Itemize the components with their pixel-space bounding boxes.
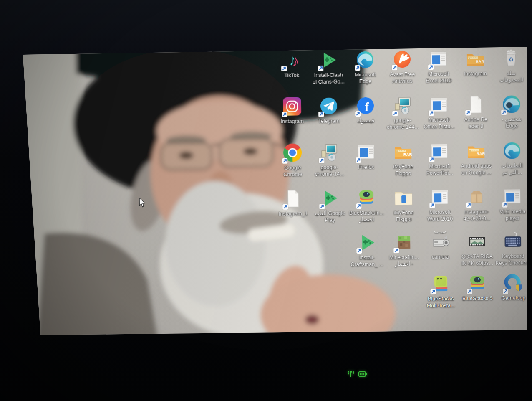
icon-label: Microsoft Word 2010 (427, 209, 453, 223)
monitor-photo: ♪♪♪ TikTok Install-Clash of Clans-Go... (0, 0, 532, 401)
desktop-icon-edge-profile[interactable]: - شخصي Edge (492, 94, 531, 129)
icon-label: camera (432, 254, 449, 260)
shortcut-arrow-icon (392, 111, 398, 116)
shortcut-arrow-icon (318, 66, 323, 71)
desktop-icon-chrome-installer-2[interactable]: google- chrome-14... (310, 142, 349, 178)
desktop-icon-edge-apps[interactable]: التطبيقات التي تم... (493, 140, 532, 176)
icon-label: Install-Clash of Clans-Go... (313, 71, 345, 85)
desktop-icon-google-play-games[interactable]: ألعاب Google Play (310, 188, 349, 223)
icon-label: iMyFone Fixppo (393, 209, 413, 223)
desktop-icon-install-clash[interactable]: Install-Clash of Clans-Go... (309, 50, 348, 85)
desktop-icon-imyfone-folder[interactable]: iMyFone Fixppo (384, 188, 423, 223)
desktop-icon-camera[interactable]: Microsoft camera (421, 232, 460, 261)
desktop-icon-gameloop[interactable]: Gameloop (494, 273, 532, 302)
desktop-icon-instagram-rar[interactable]: RAR Instagram (456, 48, 495, 77)
icon-label: google- chrome-14... (315, 164, 344, 178)
icon-label: COSTA RICA IN 4K 60fps... (461, 253, 493, 267)
shortcut-arrow-icon (429, 203, 435, 208)
shortcut-arrow-icon (318, 112, 324, 117)
desktop-icon-bluestacks-installer[interactable]: BlueStacksIn... اختصار (347, 188, 386, 223)
desktop-icon-android-apps-rar[interactable]: RAR Android apps on Google ... (457, 141, 496, 176)
shortcut-arrow-icon (282, 112, 287, 117)
google-play-games-icon (318, 50, 338, 70)
icon-label: Microsoft PowerPoi... (426, 163, 453, 177)
desktop-icon-office-picture[interactable]: Microsoft Office Pictu... (420, 95, 459, 130)
office-window-icon (429, 49, 449, 69)
icon-label: Google Chrome (283, 164, 302, 178)
shortcut-arrow-icon (503, 289, 508, 294)
bluestacks-icon (356, 188, 376, 208)
shortcut-arrow-icon (392, 65, 397, 70)
minecraft-icon (394, 232, 414, 252)
desktop-icon-facebook[interactable]: f فيسبوك (346, 95, 385, 124)
icon-label: Microsoft Edge (355, 71, 376, 85)
icon-label: Keyboard Keys Checke... (495, 253, 530, 266)
folder-phone-icon (393, 188, 413, 208)
shortcut-arrow-icon (282, 158, 287, 164)
icon-label: BlueStacks Multi-Insta... (426, 295, 455, 309)
document-icon (466, 94, 486, 114)
icon-label: google- chrome-144... (387, 117, 419, 131)
instagram-icon (282, 96, 302, 116)
shortcut-arrow-icon (501, 110, 507, 115)
shortcut-arrow-icon (465, 110, 471, 115)
desktop-icon-instagram[interactable]: Instagram (273, 96, 312, 125)
desktop-icon-costa-rica-video[interactable]: COSTA RICA IN 4K 60fps... (458, 231, 497, 267)
desktop-icon-instagram-apk-box[interactable]: instagram- 42-0-23-0... (457, 187, 496, 222)
mouse-cursor (139, 198, 146, 208)
gameloop-icon (503, 273, 523, 293)
desktop-icon-adobe-reader[interactable]: Adobe Re ader 8 (456, 94, 495, 130)
google-play-games-icon (320, 188, 340, 208)
icon-label: سلة المحذوفات (499, 70, 523, 84)
telegram-icon (319, 96, 339, 116)
desktop-icon-google-chrome[interactable]: Google Chrome (273, 142, 312, 178)
desktop-icon-telegram[interactable]: Telegram (310, 96, 348, 124)
shortcut-arrow-icon (393, 248, 399, 253)
installer-icon (319, 142, 339, 162)
desktop-icon-keyboard-checker[interactable]: Keyboard Keys Checke... (494, 231, 532, 266)
shortcut-arrow-icon (355, 65, 360, 71)
icon-label: BlueStacks 5 (462, 295, 493, 302)
desktop-icon-imyfone-rar[interactable]: RAR iMyFone Fixppo (384, 142, 423, 177)
recycle-bin-icon: ♻ (501, 48, 521, 68)
camcorder-icon: Microsoft (430, 232, 450, 252)
desktop-icon-bluestacks-5[interactable]: BlueStacks 5 (458, 273, 497, 302)
desktop-icon-powerpoint[interactable]: Microsoft PowerPoi... (420, 141, 459, 177)
desktop-icon-firefox[interactable]: Firefox (347, 142, 386, 170)
office-window-icon (502, 186, 522, 206)
battery-indicator-icon (358, 370, 368, 378)
desktop-icon-tiktok[interactable]: ♪♪♪ TikTok (272, 50, 311, 79)
rar-folder-icon: RAR (393, 142, 413, 162)
monitor-screen: ♪♪♪ TikTok Install-Clash of Clans-Go... (23, 47, 527, 335)
icon-label: Firefox (358, 164, 374, 170)
desktop-icon-word-2010[interactable]: Microsoft Word 2010 (421, 187, 459, 223)
desktop-icon-instagram-1-doc[interactable]: Instagram_1 (274, 188, 313, 217)
shortcut-arrow-icon (355, 111, 361, 117)
desktop-icon-minecraft[interactable]: Minecraftin... اختصار - (385, 232, 424, 268)
desktop-icon-avast[interactable]: Avast Free Antivirus (383, 49, 422, 85)
office-window-icon (429, 95, 449, 115)
icon-label: Instagram_1 (279, 210, 308, 217)
desktop-icon-chrome-installer[interactable]: google- chrome-144... (383, 95, 422, 131)
desktop-icon-install-craftsman[interactable]: Install- Craftsman_ ... (348, 232, 386, 268)
chrome-icon (282, 142, 303, 162)
shortcut-arrow-icon (356, 248, 362, 254)
desktop-icon-excel-2010[interactable]: Microsoft Excel 2010 (419, 49, 458, 84)
desktop-icon-bluestacks-multi[interactable]: BlueStacks Multi-Insta... (421, 274, 460, 309)
shortcut-arrow-icon (356, 157, 361, 163)
desktop-icon-vlc[interactable]: VLC media player (493, 186, 532, 222)
icon-label: Gameloop (502, 294, 526, 302)
edge-profile-icon (502, 94, 522, 114)
icon-label: فيسبوك (357, 117, 375, 124)
icon-label: VLC media player (500, 208, 526, 222)
desktop-icon-microsoft-edge[interactable]: Microsoft Edge (346, 49, 385, 85)
icon-label: Instagram (281, 118, 304, 125)
shortcut-arrow-icon (319, 158, 324, 163)
svg-text:f: f (365, 100, 369, 114)
desktop-icon-recycle-bin[interactable]: ♻ سلة المحذوفات (492, 48, 531, 84)
document-icon (283, 188, 303, 208)
icon-label: Microsoft Excel 2010 (426, 71, 451, 84)
bluestacks-icon (467, 273, 487, 293)
icon-label: ألعاب Google Play (315, 210, 345, 223)
keyboard-icon (503, 231, 523, 251)
